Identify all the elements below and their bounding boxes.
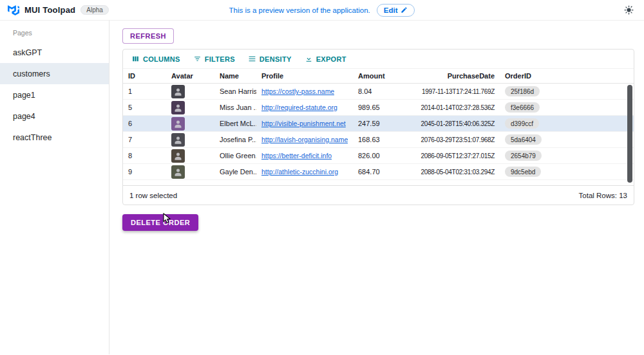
profile-link[interactable]: https://better-deficit.info (261, 152, 332, 159)
profile-link[interactable]: http://visible-punishment.net (261, 120, 346, 127)
density-icon (248, 55, 256, 63)
density-button[interactable]: DENSITY (243, 53, 296, 65)
avatar (171, 149, 185, 163)
refresh-button[interactable]: REFRESH (122, 28, 174, 44)
profile-link[interactable]: https://costly-pass.name (261, 87, 334, 95)
cell-purchase-date: 2014-01-14T02:37:28.536Z (410, 100, 500, 115)
sidebar-item-label: reactThree (13, 133, 52, 142)
edit-button-label: Edit (384, 6, 398, 14)
column-header-name[interactable]: Name (214, 69, 256, 83)
cell-amount: 247.59 (353, 116, 410, 131)
cell-name: Sean Harris (214, 84, 256, 99)
sidebar-item-askGPT[interactable]: askGPT (0, 42, 109, 63)
app-bar-right (488, 3, 636, 17)
app-root: MUI Toolpad Alpha This is a preview vers… (0, 0, 644, 355)
cell-purchase-date: 2045-01-28T15:40:06.325Z (410, 116, 500, 131)
cell-name: Elbert McL... (214, 116, 256, 131)
sun-icon (624, 5, 634, 15)
grid-header-row: ID Avatar Name Profile Amount PurchaseDa… (123, 68, 634, 84)
app-bar-left: MUI Toolpad Alpha (8, 5, 156, 15)
column-header-orderid[interactable]: OrderID (500, 69, 634, 83)
order-id-chip: 5da6404 (505, 134, 542, 145)
avatar (171, 85, 185, 98)
column-header-avatar[interactable]: Avatar (166, 69, 214, 83)
sidebar-section-label: Pages (0, 24, 109, 42)
grid-toolbar: COLUMNS FILTERS DENSITY EXPORT (123, 50, 634, 68)
filters-button[interactable]: FILTERS (189, 53, 240, 65)
export-button[interactable]: EXPORT (300, 53, 351, 65)
edit-button[interactable]: Edit (377, 4, 415, 17)
table-row[interactable]: 9 Gayle Den... http://athletic-zucchini.… (123, 164, 634, 180)
cell-amount: 989.65 (353, 100, 410, 115)
alpha-badge: Alpha (80, 5, 109, 15)
data-grid: COLUMNS FILTERS DENSITY EXPORT (122, 49, 634, 205)
cell-name: Miss Juan ... (214, 100, 256, 115)
sidebar-item-label: customers (13, 69, 50, 78)
preview-banner-text: This is a preview version of the applica… (229, 6, 370, 14)
sidebar-item-customers[interactable]: customers (0, 63, 109, 84)
columns-button[interactable]: COLUMNS (127, 53, 185, 65)
avatar (171, 165, 185, 179)
cell-id: 5 (123, 100, 166, 115)
cell-amount: 168.63 (353, 132, 410, 147)
total-rows-label: Total Rows: 13 (579, 192, 627, 199)
cell-purchase-date: 2076-03-29T23:51:07.968Z (410, 132, 500, 147)
avatar (171, 101, 185, 114)
grid-spacer (123, 180, 634, 185)
sidebar-item-page4[interactable]: page4 (0, 105, 109, 127)
sidebar-item-page1[interactable]: page1 (0, 84, 109, 105)
table-row[interactable]: 8 Ollie Green... https://better-deficit.… (123, 148, 634, 164)
cell-name: Josefina P... (214, 132, 256, 147)
preview-banner: This is a preview version of the applica… (156, 4, 488, 17)
column-header-id[interactable]: ID (123, 69, 166, 83)
sidebar-item-label: askGPT (13, 48, 42, 57)
order-id-chip: f3e6666 (505, 102, 540, 113)
pencil-icon (401, 6, 408, 14)
profile-link[interactable]: http://athletic-zucchini.org (261, 168, 338, 176)
table-row[interactable]: 1 Sean Harris https://costly-pass.name 8… (123, 84, 634, 100)
cell-id: 6 (123, 116, 166, 131)
order-id-chip: d399ccf (505, 118, 539, 129)
selection-status: 1 row selected (129, 192, 177, 199)
cell-purchase-date: 2086-09-05T12:37:27.015Z (410, 148, 500, 163)
cell-purchase-date: 1997-11-13T17:24:11.769Z (410, 84, 500, 99)
sidebar-nav: askGPT customers page1 page4 reactThree (0, 42, 109, 148)
cell-amount: 684.70 (353, 164, 410, 179)
columns-icon (131, 55, 140, 63)
mui-logo-icon (8, 5, 19, 15)
cell-amount: 826.00 (353, 148, 410, 163)
grid-footer: 1 row selected Total Rows: 13 (123, 185, 634, 205)
profile-link[interactable]: http://lavish-organising.name (261, 136, 348, 143)
avatar (171, 117, 185, 131)
order-id-chip: 2654b79 (505, 150, 542, 161)
cell-amount: 8.04 (353, 84, 410, 99)
export-icon (305, 55, 313, 63)
order-id-chip: 25f186d (505, 86, 540, 96)
grid-rows: 1 Sean Harris https://costly-pass.name 8… (123, 84, 634, 180)
order-id-chip: 9dc5ebd (505, 167, 541, 177)
avatar (171, 133, 185, 147)
table-row[interactable]: 5 Miss Juan ... http://required-statute.… (123, 100, 634, 116)
sidebar-item-reactThree[interactable]: reactThree (0, 127, 109, 148)
column-header-purchasedate[interactable]: PurchaseDate (410, 69, 500, 83)
cell-id: 7 (123, 132, 166, 147)
table-row[interactable]: 7 Josefina P... http://lavish-organising… (123, 132, 634, 148)
delete-order-button[interactable]: DELETE ORDER (122, 214, 198, 231)
cell-id: 9 (123, 164, 166, 179)
app-bar: MUI Toolpad Alpha This is a preview vers… (0, 0, 644, 21)
table-row[interactable]: 6 Elbert McL... http://visible-punishmen… (123, 116, 634, 132)
cell-purchase-date: 2088-05-04T02:31:03.294Z (410, 164, 500, 179)
cell-id: 1 (123, 84, 166, 99)
sidebar-item-label: page1 (13, 91, 35, 100)
sidebar: Pages askGPT customers page1 page4 react… (0, 21, 109, 354)
sidebar-item-label: page4 (13, 112, 35, 121)
app-title: MUI Toolpad (24, 5, 75, 15)
theme-toggle-button[interactable] (621, 3, 636, 17)
column-header-amount[interactable]: Amount (353, 69, 410, 83)
cell-name: Ollie Green... (214, 148, 256, 163)
column-header-profile[interactable]: Profile (256, 69, 353, 83)
profile-link[interactable]: http://required-statute.org (261, 104, 337, 111)
grid-vertical-scrollbar[interactable] (627, 85, 632, 183)
cell-id: 8 (123, 148, 166, 163)
cell-name: Gayle Den... (214, 164, 256, 179)
